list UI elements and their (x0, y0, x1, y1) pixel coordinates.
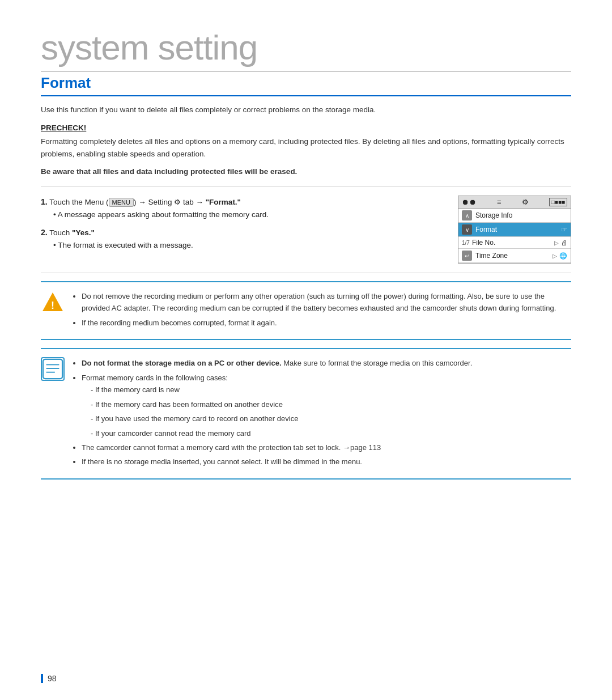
warning-bullet-2: If the recording medium becomes corrupte… (82, 317, 571, 329)
storage-info-label: Storage Info (475, 211, 567, 219)
note-extra-1: The camcorder cannot format a memory car… (82, 442, 571, 453)
intro-text: Use this function if you want to delete … (41, 104, 571, 116)
note-sub-2: If the memory card has been formatted on… (91, 398, 571, 410)
page-title: system setting (41, 27, 571, 72)
step-2-number: 2. (41, 228, 48, 237)
menu-row-time-zone: ↩ Time Zone ▷ 🌐 (458, 249, 571, 263)
time-zone-arrow: ▷ (552, 253, 557, 259)
menu-row-storage-info: ∧ Storage Info (458, 209, 571, 223)
precheck-label: PRECHECK! (41, 124, 571, 132)
note-box: Do not format the storage media on a PC … (41, 348, 571, 480)
note-sub-1: If the memory card is new (91, 384, 571, 396)
note-sub-3: If you have used the memory card to reco… (91, 413, 571, 425)
menu-row-file-no: 1/7 File No. ▷ 🖨 (458, 237, 571, 249)
step-1-bullet: • A message appears asking about formatt… (53, 209, 444, 221)
menu-icon-gear: ⚙ (522, 198, 529, 206)
nav-up-btn: ∧ (462, 210, 472, 220)
warning-content: Do not remove the recording medium or pe… (73, 290, 571, 331)
note-sub-4: If your camcorder cannot read the memory… (91, 427, 571, 439)
menu-row-format: ∨ Format ☞ (458, 223, 571, 237)
menu-counter: 1/7 (462, 240, 470, 246)
step-2: 2. Touch "Yes." • The format is executed… (41, 226, 444, 251)
time-zone-label: Time Zone (475, 252, 550, 260)
note-icon (41, 357, 65, 381)
menu-ui-header: ⏺⏺ ≡ ⚙ □■■■ (458, 196, 571, 209)
nav-down-btn: ∨ (462, 224, 472, 235)
file-no-label: File No. (472, 239, 552, 247)
steps-area: 1. Touch the Menu (MENU) → Setting ⚙ tab… (41, 186, 571, 273)
menu-ui-illustration: ⏺⏺ ≡ ⚙ □■■■ ∧ Storage Info ∨ Format ☞ 1/… (458, 196, 571, 264)
note-extra-2: If there is no storage media inserted, y… (82, 456, 571, 468)
note-bullet-1: Do not format the storage media on a PC … (82, 357, 571, 369)
menu-icon-battery: □■■■ (549, 198, 567, 206)
note-svg (42, 358, 63, 380)
time-zone-icon: 🌐 (559, 252, 567, 260)
cursor-pointer: ☞ (561, 226, 567, 234)
menu-icon-list: ≡ (497, 198, 502, 206)
file-no-icon: 🖨 (561, 239, 567, 246)
note-sub-list: If the memory card is new If the memory … (82, 384, 571, 439)
warning-box: ! Do not remove the recording medium or … (41, 281, 571, 340)
page-number: 98 (41, 674, 57, 683)
menu-key: MENU (109, 198, 134, 207)
section-heading: Format (41, 74, 571, 96)
warning-bullet-1: Do not remove the recording medium or pe… (82, 290, 571, 315)
note-bullet-2: Format memory cards in the following cas… (82, 372, 571, 439)
file-no-arrow: ▷ (554, 240, 559, 246)
warning-triangle-svg: ! (41, 291, 64, 313)
note-bullet-1-bold: Do not format the storage media on a PC … (82, 359, 282, 367)
precheck-body: Formatting completely deletes all files … (41, 135, 571, 160)
back-btn: ↩ (462, 251, 472, 261)
precheck-warning: Be aware that all files and data includi… (41, 166, 571, 178)
menu-icon-circles: ⏺⏺ (462, 198, 477, 206)
steps-content: 1. Touch the Menu (MENU) → Setting ⚙ tab… (41, 196, 444, 264)
note-content: Do not format the storage media on a PC … (73, 357, 571, 470)
svg-text:!: ! (51, 300, 54, 311)
note-bullet-2-normal: Format memory cards in the following cas… (82, 374, 228, 382)
step-2-bullet: • The format is executed with a message. (53, 239, 444, 252)
step-2-text: Touch "Yes." (49, 228, 95, 237)
note-bullet-1-normal: Make sure to format the storage media on… (283, 359, 472, 367)
step-1: 1. Touch the Menu (MENU) → Setting ⚙ tab… (41, 196, 444, 220)
warning-icon: ! (41, 290, 65, 314)
step-1-number: 1. (41, 197, 48, 206)
format-label: Format (475, 226, 559, 234)
step-1-text: Touch the Menu (MENU) → Setting ⚙ tab → … (49, 198, 241, 206)
